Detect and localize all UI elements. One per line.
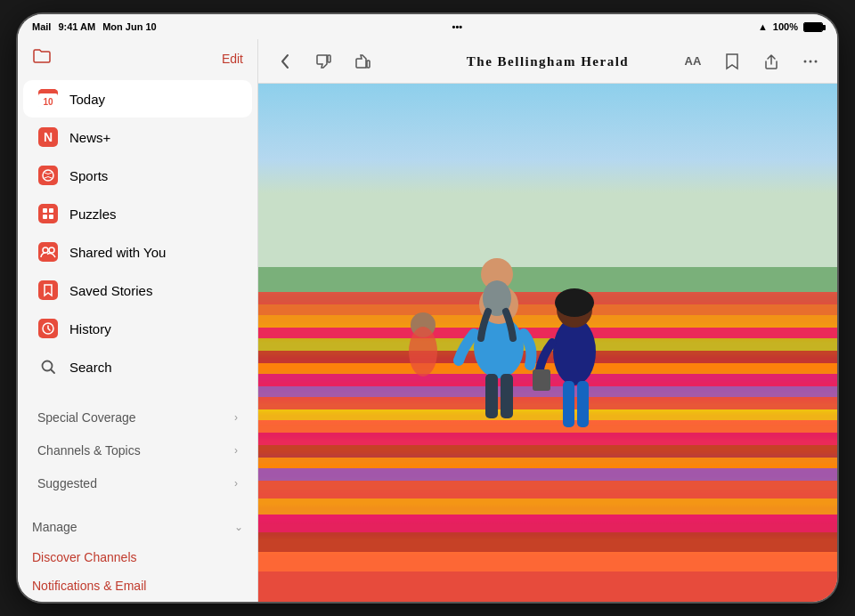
chevron-right-icon: › <box>234 444 238 457</box>
svg-rect-21 <box>328 55 330 62</box>
svg-point-51 <box>479 285 518 324</box>
chevron-down-icon: ⌄ <box>234 521 243 533</box>
svg-rect-48 <box>258 552 837 571</box>
svg-text:N: N <box>44 130 53 144</box>
newsplus-icon: N <box>37 126 59 148</box>
manage-section: Manage ⌄ Discover Channels Notifications… <box>18 511 257 602</box>
newsplus-label: News+ <box>69 130 110 145</box>
svg-rect-60 <box>577 381 589 427</box>
svg-point-19 <box>43 361 53 371</box>
status-app: Mail <box>32 21 51 32</box>
svg-point-58 <box>555 288 594 317</box>
expandable-sections: Special Coverage › Channels & Topics › S… <box>18 401 257 500</box>
thumb-down-button[interactable] <box>312 49 337 74</box>
sidebar-item-history[interactable]: History <box>23 310 252 347</box>
status-dots: ••• <box>452 21 463 32</box>
today-icon: 10 <box>37 88 59 109</box>
search-icon <box>37 356 59 377</box>
wifi-icon: ▲ <box>758 21 768 32</box>
svg-point-24 <box>810 60 812 62</box>
svg-rect-27 <box>258 267 837 294</box>
battery-icon <box>803 22 823 32</box>
svg-line-20 <box>52 370 55 374</box>
article-image <box>258 84 837 602</box>
svg-rect-33 <box>258 351 837 363</box>
status-date: Mon Jun 10 <box>102 21 157 32</box>
svg-rect-12 <box>49 215 53 219</box>
suggested-item[interactable]: Suggested › <box>23 467 252 499</box>
share-button[interactable] <box>759 49 784 74</box>
sidebar-item-today[interactable]: 10 Today <box>23 80 252 118</box>
sidebar-header: Edit <box>18 39 257 76</box>
toolbar-left <box>273 49 376 74</box>
more-button[interactable] <box>798 49 823 74</box>
status-center: ••• <box>452 21 463 32</box>
content-area: The Bellingham Herald AA <box>258 39 837 602</box>
bookmark-button[interactable] <box>720 49 745 74</box>
sidebar-item-newsplus[interactable]: N News+ <box>23 118 252 156</box>
svg-rect-39 <box>258 420 837 433</box>
special-coverage-item[interactable]: Special Coverage › <box>23 401 252 434</box>
svg-point-25 <box>815 60 818 62</box>
svg-point-54 <box>481 258 513 290</box>
svg-rect-53 <box>501 374 513 418</box>
svg-rect-49 <box>258 571 837 602</box>
sidebar-item-search[interactable]: Search <box>23 348 252 385</box>
suggested-label: Suggested <box>37 476 97 490</box>
font-size-button[interactable]: AA <box>680 49 705 74</box>
manage-header[interactable]: Manage ⌄ <box>23 511 252 543</box>
svg-rect-44 <box>258 481 837 498</box>
edit-button[interactable]: Edit <box>222 52 243 66</box>
channels-topics-label: Channels & Topics <box>37 443 141 458</box>
shared-icon <box>37 241 59 263</box>
svg-rect-16 <box>38 280 58 300</box>
back-button[interactable] <box>273 49 297 74</box>
thumb-up-button[interactable] <box>351 49 376 74</box>
svg-rect-26 <box>258 84 837 294</box>
svg-rect-61 <box>533 369 550 391</box>
svg-rect-31 <box>258 328 837 338</box>
svg-rect-42 <box>258 458 837 468</box>
notifications-email-item[interactable]: Notifications & Email <box>23 571 252 600</box>
content-toolbar: The Bellingham Herald AA <box>258 39 837 84</box>
saved-label: Saved Stories <box>69 283 152 298</box>
toolbar-title-container: The Bellingham Herald <box>467 53 629 69</box>
channels-topics-item[interactable]: Channels & Topics › <box>23 434 252 466</box>
svg-rect-34 <box>258 363 837 374</box>
status-bar: Mail 9:41 AM Mon Jun 10 ••• ▲ 100% <box>18 14 837 39</box>
chevron-right-icon: › <box>234 477 238 490</box>
toolbar-wrapper: The Bellingham Herald AA <box>273 49 823 74</box>
discover-channels-item[interactable]: Discover Channels <box>23 543 252 571</box>
font-size-label: AA <box>685 54 702 68</box>
svg-rect-52 <box>485 374 498 418</box>
svg-rect-41 <box>258 445 837 458</box>
svg-point-57 <box>557 292 592 328</box>
sidebar-item-shared[interactable]: Shared with You <box>23 233 252 271</box>
today-label: Today <box>69 92 105 107</box>
svg-rect-32 <box>258 338 837 351</box>
sidebar-item-puzzles[interactable]: Puzzles <box>23 195 252 232</box>
nav-items-section: 10 Today N News+ <box>18 79 257 386</box>
status-left: Mail 9:41 AM Mon Jun 10 <box>32 21 157 32</box>
history-icon <box>37 318 59 339</box>
svg-rect-35 <box>258 374 837 386</box>
svg-rect-40 <box>258 433 837 445</box>
status-time: 9:41 AM <box>58 21 95 32</box>
svg-point-55 <box>483 280 511 316</box>
sports-label: Sports <box>69 168 108 183</box>
svg-rect-46 <box>258 515 837 532</box>
svg-point-23 <box>804 60 807 62</box>
manage-label: Manage <box>32 520 77 534</box>
sidebar-item-sports[interactable]: Sports <box>23 157 252 194</box>
svg-rect-38 <box>258 409 837 420</box>
saved-icon <box>37 280 59 301</box>
svg-rect-37 <box>258 397 837 409</box>
sidebar-item-saved[interactable]: Saved Stories <box>23 272 252 309</box>
chevron-right-icon: › <box>234 411 238 424</box>
svg-rect-43 <box>258 468 837 481</box>
svg-point-56 <box>553 318 596 385</box>
svg-rect-10 <box>49 208 53 213</box>
family-sharing-item[interactable]: Family Sharing <box>23 600 252 602</box>
article-title: The Bellingham Herald <box>467 54 629 69</box>
shared-label: Shared with You <box>69 245 166 260</box>
